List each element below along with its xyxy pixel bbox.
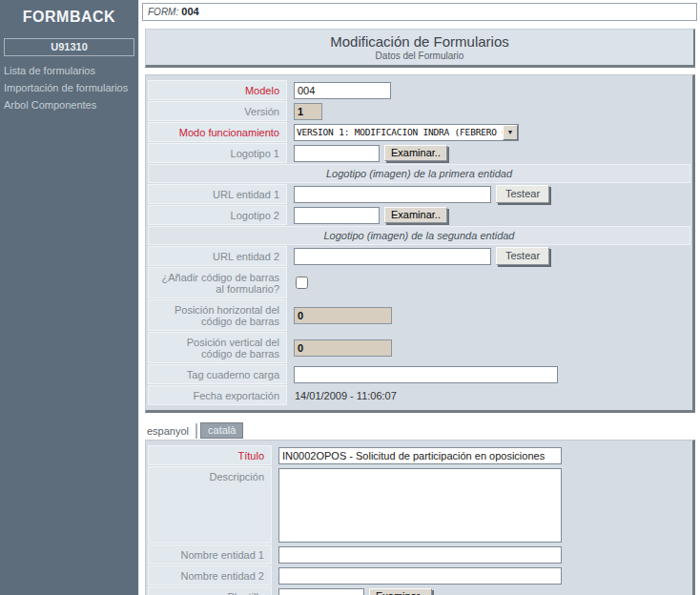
form-id-strip: FORM: 004	[142, 3, 697, 21]
url-entidad-1-input[interactable]	[294, 186, 491, 203]
plantilla-label: Plantilla	[148, 586, 272, 595]
logotipo-1-file-input[interactable]	[294, 145, 380, 162]
sidebar: FORMBACK U91310 Lista de formularios Imp…	[0, 0, 139, 595]
row-modelo: Modelo	[148, 80, 690, 100]
user-code-box: U91310	[4, 38, 134, 56]
hint-logotipo-primera-entidad: Logotipo (imagen) de la primera entidad	[148, 164, 690, 183]
app-window: FORMBACK U91310 Lista de formularios Imp…	[0, 0, 700, 595]
descripcion-label: Descripción	[148, 466, 272, 544]
row-codigo-barras: ¿Añadir código de barras al formulario?	[148, 267, 690, 298]
row-fecha-exportacion: Fecha exportación 14/01/2009 - 11:06:07	[148, 385, 690, 405]
logotipo-2-file-input[interactable]	[294, 207, 380, 224]
modelo-input[interactable]	[294, 82, 391, 99]
page-title: Modificación de Formularios	[146, 33, 693, 50]
nombre-entidad-2-label: Nombre entidad 2	[148, 565, 272, 585]
tag-cuaderno-label: Tag cuaderno carga	[148, 364, 287, 384]
modo-funcionamiento-label: Modo funcionamiento	[148, 122, 287, 142]
row-nombre-entidad-1: Nombre entidad 1	[148, 544, 690, 564]
app-logo: FORMBACK	[0, 0, 138, 26]
row-posicion-vertical: Posición vertical del código de barras	[148, 332, 690, 363]
modo-funcionamiento-select[interactable]: VERSION 1: MODIFICACION INDRA (FEBRERO 0…	[294, 124, 519, 141]
url-entidad-1-label: URL entidad 1	[148, 184, 287, 204]
tab-espanyol[interactable]: espanyol	[145, 423, 197, 439]
row-logotipo-1: Logotipo 1 Examinar..	[148, 143, 690, 163]
posicion-horizontal-input	[294, 307, 392, 324]
hint-logotipo-segunda-entidad: Logotipo (imagen) de la segunda entidad	[148, 226, 690, 245]
sidebar-item-arbol-componentes[interactable]: Arbol Componentes	[0, 97, 138, 114]
nombre-entidad-2-input[interactable]	[278, 567, 562, 585]
codigo-barras-checkbox[interactable]	[296, 277, 308, 289]
main-content: FORM: 004 Modificación de Formularios Da…	[139, 0, 700, 595]
row-version: Versión	[148, 101, 690, 121]
logotipo-1-label: Logotipo 1	[148, 143, 287, 163]
language-tabs: espanyol català	[145, 422, 697, 439]
descripcion-textarea[interactable]	[278, 468, 562, 543]
row-nombre-entidad-2: Nombre entidad 2	[148, 565, 690, 585]
url-entidad-2-input[interactable]	[294, 248, 491, 265]
sidebar-item-importacion-formularios[interactable]: Importación de formularios	[0, 80, 138, 97]
row-plantilla: Plantilla Examinar..	[148, 586, 690, 595]
form-panel-datos: Modelo Versión Modo funcionamiento VERSI…	[145, 74, 695, 413]
form-panel-idioma: Título Descripción Nombre entidad 1 Nomb…	[145, 440, 695, 595]
fecha-exportacion-label: Fecha exportación	[148, 385, 287, 405]
logotipo-2-label: Logotipo 2	[148, 205, 287, 225]
row-modo-funcionamiento: Modo funcionamiento VERSION 1: MODIFICAC…	[148, 122, 690, 142]
row-descripcion: Descripción	[148, 466, 690, 544]
version-label: Versión	[148, 101, 287, 121]
url-entidad-2-label: URL entidad 2	[148, 246, 287, 266]
titulo-label: Título	[148, 445, 272, 465]
tab-catala[interactable]: català	[200, 422, 243, 439]
codigo-barras-label: ¿Añadir código de barras al formulario?	[148, 267, 287, 298]
tag-cuaderno-input[interactable]	[294, 366, 558, 383]
fecha-exportacion-value: 14/01/2009 - 11:06:07	[294, 390, 397, 401]
nombre-entidad-1-input[interactable]	[278, 546, 562, 564]
modo-funcionamiento-selected-value: VERSION 1: MODIFICACION INDRA (FEBRERO 0…	[295, 127, 503, 137]
sidebar-nav: Lista de formularios Importación de form…	[0, 63, 138, 114]
posicion-vertical-input	[294, 339, 392, 357]
row-url-entidad-2: URL entidad 2 Testear	[148, 246, 690, 266]
row-url-entidad-1: URL entidad 1 Testear	[148, 184, 690, 204]
sidebar-item-lista-formularios[interactable]: Lista de formularios	[0, 63, 138, 80]
url-entidad-1-test-button[interactable]: Testear	[496, 185, 549, 203]
form-id-label: FORM:	[148, 7, 178, 17]
page-subtitle: Datos del Formulario	[146, 51, 693, 61]
form-id-value: 004	[181, 6, 198, 17]
logotipo-1-browse-button[interactable]: Examinar..	[384, 145, 447, 161]
row-logotipo-2: Logotipo 2 Examinar..	[148, 205, 690, 225]
plantilla-browse-button[interactable]: Examinar..	[369, 588, 432, 595]
plantilla-file-input[interactable]	[278, 588, 364, 595]
row-tag-cuaderno: Tag cuaderno carga	[148, 364, 690, 384]
row-posicion-horizontal: Posición horizontal del código de barras	[148, 299, 690, 331]
url-entidad-2-test-button[interactable]: Testear	[496, 247, 549, 265]
nombre-entidad-1-label: Nombre entidad 1	[148, 544, 272, 564]
chevron-down-icon: ▼	[503, 125, 518, 140]
row-titulo: Título	[148, 445, 690, 465]
posicion-horizontal-label: Posición horizontal del código de barras	[148, 299, 287, 331]
modelo-label: Modelo	[148, 80, 287, 100]
version-input	[294, 103, 322, 120]
page-header: Modificación de Formularios Datos del Fo…	[145, 29, 695, 68]
titulo-input[interactable]	[278, 447, 562, 464]
logotipo-2-browse-button[interactable]: Examinar..	[384, 207, 447, 223]
posicion-vertical-label: Posición vertical del código de barras	[148, 332, 287, 363]
